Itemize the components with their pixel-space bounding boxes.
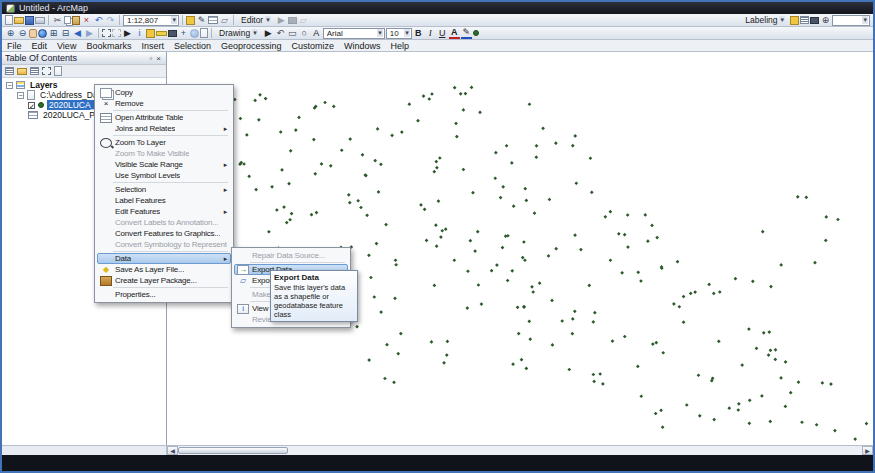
menu-item-properties[interactable]: Properties...	[97, 289, 231, 300]
find-icon[interactable]	[168, 30, 177, 37]
menu-selection[interactable]: Selection	[169, 41, 216, 51]
scrollbar-thumb[interactable]	[178, 447, 288, 454]
fixed-zoom-out-icon[interactable]: ⊟	[60, 28, 71, 39]
hyperlink-icon[interactable]	[146, 29, 155, 38]
menu-item-joins-and-relates[interactable]: Joins and Relates▸	[97, 123, 231, 134]
save-icon[interactable]	[25, 16, 34, 25]
edit-arrow-icon[interactable]: ▶	[276, 15, 287, 26]
menu-item-create-layer-package[interactable]: Create Layer Package...	[97, 275, 231, 286]
label-priority-icon[interactable]	[800, 16, 809, 24]
labeling-toolbar-menu[interactable]: Labeling▾	[741, 15, 789, 26]
new-document-icon[interactable]	[5, 15, 13, 25]
fill-color-icon[interactable]	[473, 30, 479, 36]
menu-item-convert-labels-to-annotation[interactable]: Convert Labels to Annotation...	[97, 217, 231, 228]
label-manager-icon[interactable]	[790, 16, 799, 25]
menu-item-convert-symbology-to-representation[interactable]: Convert Symbology to Representation...	[97, 239, 231, 250]
redo-icon[interactable]: ↷	[105, 15, 116, 26]
identify-icon[interactable]: i	[134, 28, 145, 39]
create-features-icon[interactable]	[288, 17, 297, 24]
label-weight-icon[interactable]	[810, 17, 819, 24]
pan-icon[interactable]	[29, 29, 37, 38]
menu-item-remove[interactable]: ×Remove	[97, 98, 231, 109]
menu-item-repair-data-source[interactable]: Repair Data Source...	[234, 250, 348, 261]
horizontal-scrollbar[interactable]: ◀ ▶	[167, 446, 873, 455]
label-engine-combo[interactable]: ▾	[832, 15, 870, 26]
drawing-toolbar-menu[interactable]: Drawing▾	[215, 28, 262, 39]
add-data-icon[interactable]	[186, 16, 195, 25]
draw-select-icon[interactable]: ▶	[263, 28, 274, 39]
list-by-drawing-order-icon[interactable]	[5, 67, 14, 75]
layer-checkbox[interactable]: ✓	[28, 102, 35, 109]
full-extent-icon[interactable]	[38, 29, 47, 38]
line-color-icon[interactable]: ✎	[461, 28, 472, 39]
select-elements-icon[interactable]: ▶	[122, 28, 133, 39]
rotate-element-icon[interactable]: ↶	[275, 28, 286, 39]
zoom-out-icon[interactable]: ⊖	[17, 28, 28, 39]
zoom-in-icon[interactable]: ⊕	[5, 28, 16, 39]
delete-icon[interactable]: ×	[81, 15, 92, 26]
edit-vertices-icon[interactable]: ▱	[298, 15, 309, 26]
menu-item-label-features[interactable]: Label Features	[97, 195, 231, 206]
forward-extent-icon[interactable]: ▶	[84, 28, 95, 39]
paste-icon[interactable]	[72, 16, 80, 25]
draw-circle-icon[interactable]: ○	[299, 28, 310, 39]
open-folder-icon[interactable]	[14, 17, 24, 24]
font-size-combo[interactable]: 10▾	[386, 28, 412, 39]
attributes-table-icon[interactable]	[208, 16, 218, 24]
menu-item-zoom-to-layer[interactable]: Zoom To Layer	[97, 137, 231, 148]
menu-item-use-symbol-levels[interactable]: Use Symbol Levels	[97, 170, 231, 181]
go-to-xy-icon[interactable]: +	[178, 28, 189, 39]
address-point	[400, 130, 404, 134]
text-tool-icon[interactable]: A	[311, 28, 322, 39]
draw-shape-icon[interactable]: ▭	[287, 28, 298, 39]
list-by-visibility-icon[interactable]	[30, 67, 39, 75]
toc-close-icon[interactable]: ×	[154, 54, 163, 63]
menu-customize[interactable]: Customize	[287, 41, 340, 51]
toc-options-icon[interactable]	[54, 66, 62, 76]
time-slider-icon[interactable]	[190, 29, 199, 38]
map-scale-combo[interactable]: 1:12,807▾	[123, 15, 179, 26]
menu-item-convert-features-to-graphics[interactable]: Convert Features to Graphics...	[97, 228, 231, 239]
clear-selection-icon[interactable]	[112, 29, 121, 37]
list-by-source-icon[interactable]	[17, 68, 27, 75]
font-family-combo[interactable]: Arial▾	[323, 28, 385, 39]
viewer-window-icon[interactable]	[200, 28, 208, 38]
menu-item-save-as-layer-file[interactable]: ◆Save As Layer File...	[97, 264, 231, 275]
menu-item-selection[interactable]: Selection▸	[97, 184, 231, 195]
menu-item-zoom-to-make-visible[interactable]: Zoom To Make Visible	[97, 148, 231, 159]
expander-icon[interactable]: −	[6, 82, 13, 89]
fixed-zoom-in-icon[interactable]: ⊞	[48, 28, 59, 39]
menu-item-visible-scale-range[interactable]: Visible Scale Range▸	[97, 159, 231, 170]
menu-item-edit-features[interactable]: Edit Features▸	[97, 206, 231, 217]
copy-icon[interactable]	[64, 16, 71, 24]
scroll-right-icon[interactable]: ▶	[862, 446, 873, 455]
menu-insert[interactable]: Insert	[136, 41, 169, 51]
measure-icon[interactable]	[156, 31, 167, 36]
underline-icon[interactable]: U	[437, 28, 448, 39]
expander-icon[interactable]: −	[17, 92, 24, 99]
print-icon[interactable]	[35, 17, 45, 24]
scroll-left-icon[interactable]: ◀	[167, 446, 178, 455]
menu-bookmarks[interactable]: Bookmarks	[81, 41, 136, 51]
menu-edit[interactable]: Edit	[27, 41, 53, 51]
menu-item-open-attribute-table[interactable]: Open Attribute Table	[97, 112, 231, 123]
menu-view[interactable]: View	[52, 41, 81, 51]
menu-windows[interactable]: Windows	[339, 41, 386, 51]
cut-icon[interactable]: ✂	[52, 15, 63, 26]
list-by-selection-icon[interactable]	[42, 67, 51, 75]
undo-icon[interactable]: ↶	[93, 15, 104, 26]
menu-item-copy[interactable]: Copy	[97, 87, 231, 98]
back-extent-icon[interactable]: ◀	[72, 28, 83, 39]
font-color-icon[interactable]: A	[449, 28, 460, 39]
menu-item-data[interactable]: Data▸	[97, 253, 231, 264]
editor-toolbar-menu[interactable]: Editor▾	[237, 15, 275, 26]
menu-help[interactable]: Help	[386, 41, 415, 51]
sketch-tool-icon[interactable]: ▱	[219, 15, 230, 26]
italic-icon[interactable]: I	[425, 28, 436, 39]
lock-labels-icon[interactable]: ⊕	[820, 15, 831, 26]
bold-icon[interactable]: B	[413, 28, 424, 39]
editor-pencil-icon[interactable]: ✎	[196, 15, 207, 26]
menu-file[interactable]: File	[2, 41, 27, 51]
menu-geoprocessing[interactable]: Geoprocessing	[216, 41, 287, 51]
select-features-icon[interactable]	[102, 29, 111, 37]
